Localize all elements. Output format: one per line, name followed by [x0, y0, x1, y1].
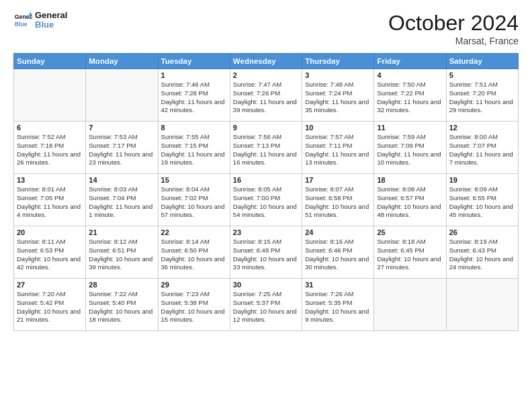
sunrise-text: Sunrise: 8:18 AM — [377, 238, 443, 246]
sunrise-text: Sunrise: 7:50 AM — [377, 81, 443, 89]
sunrise-text: Sunrise: 8:12 AM — [89, 238, 154, 246]
table-row: 1Sunrise: 7:46 AMSunset: 7:28 PMDaylight… — [158, 69, 230, 122]
table-row: 11Sunrise: 7:59 AMSunset: 7:09 PMDayligh… — [374, 122, 446, 174]
sunset-text: Sunset: 7:00 PM — [233, 194, 299, 203]
sunset-text: Sunset: 5:40 PM — [89, 299, 154, 308]
day-number: 5 — [449, 71, 515, 79]
calendar-week-row: 20Sunrise: 8:11 AMSunset: 6:53 PMDayligh… — [14, 226, 519, 279]
sunset-text: Sunset: 7:05 PM — [17, 194, 83, 203]
calendar-week-row: 6Sunrise: 7:52 AMSunset: 7:18 PMDaylight… — [14, 122, 519, 174]
sunset-text: Sunset: 5:42 PM — [17, 299, 83, 308]
daylight-text: Daylight: 10 hours and 39 minutes. — [89, 255, 154, 273]
table-row: 23Sunrise: 8:15 AMSunset: 6:48 PMDayligh… — [230, 226, 302, 279]
sunset-text: Sunset: 7:09 PM — [377, 142, 443, 150]
sunrise-text: Sunrise: 7:23 AM — [161, 290, 227, 299]
sunset-text: Sunset: 6:50 PM — [161, 246, 227, 255]
table-row: 3Sunrise: 7:48 AMSunset: 7:24 PMDaylight… — [302, 69, 374, 122]
svg-text:Blue: Blue — [15, 21, 28, 28]
sunrise-text: Sunrise: 7:59 AM — [377, 133, 443, 142]
table-row: 22Sunrise: 8:14 AMSunset: 6:50 PMDayligh… — [158, 226, 230, 279]
daylight-text: Daylight: 10 hours and 21 minutes. — [17, 308, 83, 325]
table-row: 26Sunrise: 8:19 AMSunset: 6:43 PMDayligh… — [446, 226, 518, 279]
sunrise-text: Sunrise: 7:48 AM — [305, 81, 371, 89]
daylight-text: Daylight: 10 hours and 12 minutes. — [233, 308, 299, 325]
sunrise-text: Sunrise: 8:07 AM — [305, 185, 371, 194]
day-number: 24 — [305, 228, 371, 236]
logo: General Blue General Blue — [13, 11, 67, 30]
daylight-text: Daylight: 11 hours and 16 minutes. — [233, 150, 299, 168]
table-row: 19Sunrise: 8:09 AMSunset: 6:55 PMDayligh… — [446, 174, 518, 226]
logo-icon: General Blue — [13, 11, 32, 30]
table-row: 8Sunrise: 7:55 AMSunset: 7:15 PMDaylight… — [158, 122, 230, 174]
day-number: 1 — [161, 71, 227, 79]
table-row: 30Sunrise: 7:25 AMSunset: 5:37 PMDayligh… — [230, 279, 302, 331]
daylight-text: Daylight: 11 hours and 35 minutes. — [305, 98, 371, 116]
daylight-text: Daylight: 11 hours and 1 minute. — [89, 203, 154, 220]
sunset-text: Sunset: 6:57 PM — [377, 194, 443, 203]
month-title: October 2024 — [388, 11, 519, 36]
daylight-text: Daylight: 11 hours and 29 minutes. — [449, 98, 515, 116]
sunset-text: Sunset: 5:37 PM — [233, 299, 299, 308]
table-row — [86, 69, 158, 122]
table-row: 25Sunrise: 8:18 AMSunset: 6:45 PMDayligh… — [374, 226, 446, 279]
header-sunday: Sunday — [14, 54, 86, 69]
sunrise-text: Sunrise: 8:14 AM — [161, 238, 227, 246]
daylight-text: Daylight: 10 hours and 30 minutes. — [305, 255, 371, 273]
table-row: 20Sunrise: 8:11 AMSunset: 6:53 PMDayligh… — [14, 226, 86, 279]
sunset-text: Sunset: 6:53 PM — [17, 246, 83, 255]
daylight-text: Daylight: 11 hours and 26 minutes. — [17, 150, 83, 168]
day-number: 6 — [17, 124, 83, 132]
logo-blue-text: Blue — [35, 20, 67, 30]
sunrise-text: Sunrise: 7:25 AM — [233, 290, 299, 299]
sunrise-text: Sunrise: 8:05 AM — [233, 185, 299, 194]
day-number: 31 — [305, 281, 371, 289]
header-tuesday: Tuesday — [158, 54, 230, 69]
sunset-text: Sunset: 7:18 PM — [17, 142, 83, 150]
header-wednesday: Wednesday — [230, 54, 302, 69]
day-number: 20 — [17, 228, 83, 236]
sunset-text: Sunset: 7:04 PM — [89, 194, 154, 203]
calendar-table: Sunday Monday Tuesday Wednesday Thursday… — [13, 53, 519, 331]
sunrise-text: Sunrise: 8:03 AM — [89, 185, 154, 194]
day-number: 2 — [233, 71, 299, 79]
table-row: 2Sunrise: 7:47 AMSunset: 7:26 PMDaylight… — [230, 69, 302, 122]
day-number: 18 — [377, 176, 443, 184]
table-row — [374, 279, 446, 331]
daylight-text: Daylight: 11 hours and 42 minutes. — [161, 98, 227, 116]
day-number: 12 — [449, 124, 515, 132]
sunrise-text: Sunrise: 7:53 AM — [89, 133, 154, 142]
table-row: 12Sunrise: 8:00 AMSunset: 7:07 PMDayligh… — [446, 122, 518, 174]
daylight-text: Daylight: 10 hours and 51 minutes. — [305, 203, 371, 220]
sunset-text: Sunset: 6:58 PM — [305, 194, 371, 203]
day-number: 25 — [377, 228, 443, 236]
sunset-text: Sunset: 7:17 PM — [89, 142, 154, 150]
location: Marsat, France — [388, 36, 519, 46]
sunrise-text: Sunrise: 7:47 AM — [233, 81, 299, 89]
daylight-text: Daylight: 10 hours and 33 minutes. — [233, 255, 299, 273]
calendar-header-row: Sunday Monday Tuesday Wednesday Thursday… — [14, 54, 519, 69]
header-friday: Friday — [374, 54, 446, 69]
sunset-text: Sunset: 7:24 PM — [305, 89, 371, 98]
sunrise-text: Sunrise: 7:26 AM — [305, 290, 371, 299]
sunset-text: Sunset: 7:15 PM — [161, 142, 227, 150]
table-row: 9Sunrise: 7:56 AMSunset: 7:13 PMDaylight… — [230, 122, 302, 174]
day-number: 9 — [233, 124, 299, 132]
day-number: 28 — [89, 281, 154, 289]
table-row: 5Sunrise: 7:51 AMSunset: 7:20 PMDaylight… — [446, 69, 518, 122]
daylight-text: Daylight: 11 hours and 13 minutes. — [305, 150, 371, 168]
daylight-text: Daylight: 11 hours and 4 minutes. — [17, 203, 83, 220]
day-number: 14 — [89, 176, 154, 184]
sunrise-text: Sunrise: 8:15 AM — [233, 238, 299, 246]
sunset-text: Sunset: 6:48 PM — [233, 246, 299, 255]
daylight-text: Daylight: 11 hours and 39 minutes. — [233, 98, 299, 116]
sunset-text: Sunset: 6:45 PM — [377, 246, 443, 255]
day-number: 26 — [449, 228, 515, 236]
daylight-text: Daylight: 11 hours and 19 minutes. — [161, 150, 227, 168]
logo-general-text: General — [35, 11, 67, 20]
sunset-text: Sunset: 7:13 PM — [233, 142, 299, 150]
day-number: 13 — [17, 176, 83, 184]
sunset-text: Sunset: 6:46 PM — [305, 246, 371, 255]
table-row: 6Sunrise: 7:52 AMSunset: 7:18 PMDaylight… — [14, 122, 86, 174]
sunset-text: Sunset: 5:35 PM — [305, 299, 371, 308]
sunrise-text: Sunrise: 7:55 AM — [161, 133, 227, 142]
